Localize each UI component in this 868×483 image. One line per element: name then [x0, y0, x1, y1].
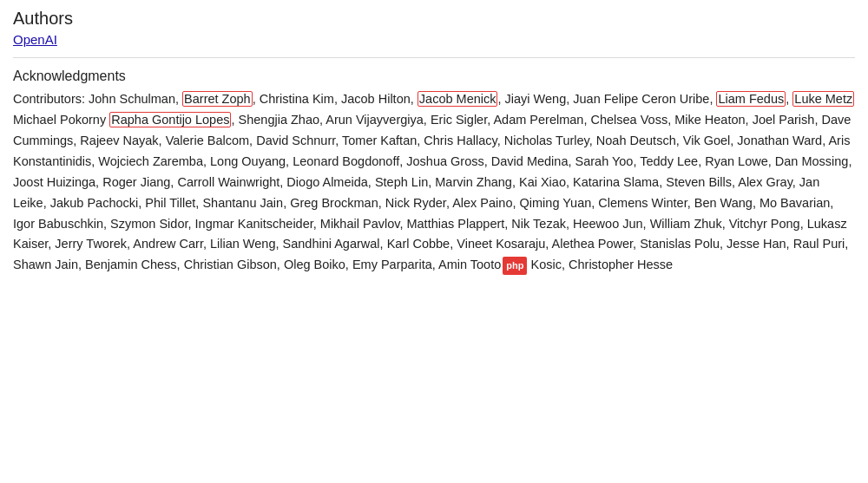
authors-title: Authors [13, 9, 855, 29]
section-divider [13, 57, 855, 58]
openai-link[interactable]: OpenAI [13, 32, 57, 47]
highlighted-barret-zoph: Barret Zoph [182, 91, 253, 107]
contributors-label: Contributors: [13, 92, 85, 106]
acknowledgments-section: Acknowledgments Contributors: John Schul… [13, 69, 855, 276]
php-badge: php [503, 257, 527, 274]
acknowledgments-title: Acknowledgments [13, 69, 855, 84]
highlighted-liam-fedus: Liam Fedus [716, 91, 786, 107]
highlighted-luke-metz: Luke Metz [792, 91, 854, 107]
highlighted-rapha-gontijo-lopes: Rapha Gontijo Lopes [109, 112, 231, 127]
highlighted-jacob-menick: Jacob Menick [418, 91, 498, 107]
authors-section: Authors OpenAI [13, 9, 855, 47]
contributors-text: Contributors: John Schulman, Barret Zoph… [13, 89, 855, 276]
truncated-name: o [494, 258, 501, 271]
